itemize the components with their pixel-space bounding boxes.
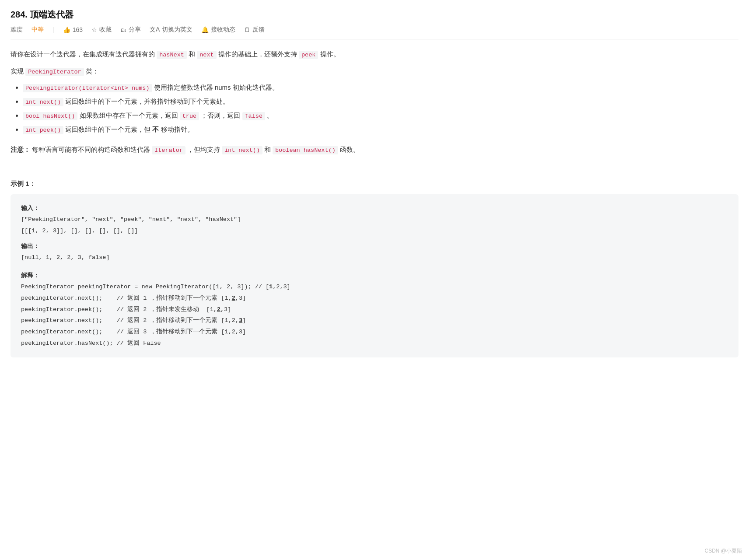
desc-text3: 操作的基础上，还额外支持 — [218, 50, 299, 58]
desc-text1: 请你在设计一个迭代器，在集成现有迭代器拥有的 — [10, 50, 157, 58]
explain-line5: peekingIterator.next(); // 返回 3 ，指针移动到下一… — [21, 326, 728, 338]
explain-label: 解释： — [21, 273, 39, 279]
desc-code-peek: peek — [299, 51, 318, 59]
note-text1: 每种语言可能有不同的构造函数和迭代器 — [32, 146, 152, 153]
note-code-next: int next() — [222, 146, 262, 154]
feedback-icon: 🗒 — [244, 26, 250, 33]
bullet-4-bold: 不 — [152, 126, 159, 133]
bell-icon: 🔔 — [201, 26, 209, 33]
implement-class: PeekingIterator — [25, 68, 84, 76]
star-action[interactable]: ☆ 收藏 — [91, 26, 112, 34]
bullet-1-text: 使用指定整数迭代器 nums 初始化迭代器。 — [154, 84, 279, 91]
share-label: 分享 — [129, 26, 141, 34]
example-title: 示例 1： — [10, 180, 738, 188]
notification-label: 接收动态 — [211, 26, 235, 34]
notification-action[interactable]: 🔔 接收动态 — [201, 26, 235, 34]
bullet-2: int next() 返回数组中的下一个元素，并将指针移动到下个元素处。 — [23, 95, 738, 108]
share-icon: 🗂 — [120, 26, 126, 33]
implement-prefix: 实现 — [10, 67, 25, 75]
explain-line4: peekingIterator.next(); // 返回 2 ，指针移动到下一… — [21, 315, 728, 326]
page-title: 284. 顶端迭代器 — [10, 9, 738, 21]
difficulty-label: 难度 — [10, 26, 23, 34]
explain-line2: peekingIterator.next(); // 返回 1 ，指针移动到下一… — [21, 293, 728, 304]
note-text2: ，但均支持 — [187, 146, 222, 153]
bullet-2-code: int next() — [23, 98, 63, 106]
explain-line1: PeekingIterator peekingIterator = new Pe… — [21, 281, 728, 293]
translate-action[interactable]: 文A 切换为英文 — [150, 26, 192, 34]
feedback-action[interactable]: 🗒 反馈 — [244, 26, 265, 34]
desc-code-hasnext: hasNext — [157, 51, 187, 59]
star-label: 收藏 — [99, 26, 112, 34]
bullet-3-code2: true — [180, 112, 199, 120]
like-action[interactable]: 👍 163 — [63, 26, 83, 33]
star-icon: ☆ — [91, 26, 97, 33]
example-code-block: 输入： ["PeekingIterator", "next", "peek", … — [10, 194, 738, 358]
note-code-hasnext: boolean hasNext() — [273, 146, 338, 154]
meta-bar: 难度 中等 | 👍 163 ☆ 收藏 🗂 分享 文A 切换为英文 🔔 接收动态 … — [10, 26, 738, 39]
desc-code-next: next — [197, 51, 216, 59]
note-prefix: 注意： — [10, 146, 30, 153]
difficulty-value: 中等 — [32, 26, 44, 34]
bullet-list: PeekingIterator(Iterator<int> nums) 使用指定… — [10, 81, 738, 136]
implement-suffix: 类： — [86, 67, 99, 75]
input-line2: [[[1, 2, 3]], [], [], [], [], []] — [21, 225, 728, 237]
bullet-3-text1: 如果数组中存在下一个元素，返回 — [80, 112, 180, 119]
note-text4: 函数。 — [340, 146, 360, 153]
feedback-label: 反馈 — [252, 26, 265, 34]
translate-label: 切换为英文 — [162, 26, 192, 34]
implement-title: 实现 PeekingIterator 类： — [10, 67, 738, 76]
bullet-1-code: PeekingIterator(Iterator<int> nums) — [23, 84, 152, 92]
input-line1: ["PeekingIterator", "next", "peek", "nex… — [21, 214, 728, 225]
explain-line3: peekingIterator.peek(); // 返回 2 ，指针未发生移动… — [21, 304, 728, 315]
description-paragraph: 请你在设计一个迭代器，在集成现有迭代器拥有的 hasNext 和 next 操作… — [10, 48, 738, 60]
note-text3: 和 — [264, 146, 273, 153]
like-count: 163 — [73, 26, 83, 33]
desc-text4: 操作。 — [320, 50, 340, 58]
desc-text2: 和 — [189, 50, 197, 58]
share-action[interactable]: 🗂 分享 — [120, 26, 141, 34]
note-code-iterator: Iterator — [152, 146, 186, 154]
bullet-3-text2: ；否则，返回 — [201, 112, 242, 119]
like-icon: 👍 — [63, 26, 70, 33]
output-label: 输出： — [21, 243, 39, 250]
bullet-3-code3: false — [242, 112, 266, 120]
translate-icon: 文A — [150, 26, 160, 34]
bullet-4: int peek() 返回数组中的下一个元素，但 不 移动指针。 — [23, 123, 738, 136]
note-paragraph: 注意： 每种语言可能有不同的构造函数和迭代器 Iterator ，但均支持 in… — [10, 144, 738, 156]
bullet-3-text3: 。 — [267, 112, 273, 119]
bullet-2-text: 返回数组中的下一个元素，并将指针移动到下个元素处。 — [65, 98, 229, 105]
bullet-1: PeekingIterator(Iterator<int> nums) 使用指定… — [23, 81, 738, 94]
bullet-4-text1: 返回数组中的下一个元素，但 — [65, 126, 152, 133]
output-value: [null, 1, 2, 2, 3, false] — [21, 252, 728, 263]
bullet-4-code: int peek() — [23, 126, 63, 134]
bullet-4-text2: 移动指针。 — [161, 126, 194, 133]
sep1: | — [52, 26, 54, 33]
bullet-3: bool hasNext() 如果数组中存在下一个元素，返回 true ；否则，… — [23, 109, 738, 122]
input-label: 输入： — [21, 205, 39, 212]
explain-line6: peekingIterator.hasNext(); // 返回 False — [21, 338, 728, 349]
bullet-3-code: bool hasNext() — [23, 112, 77, 120]
